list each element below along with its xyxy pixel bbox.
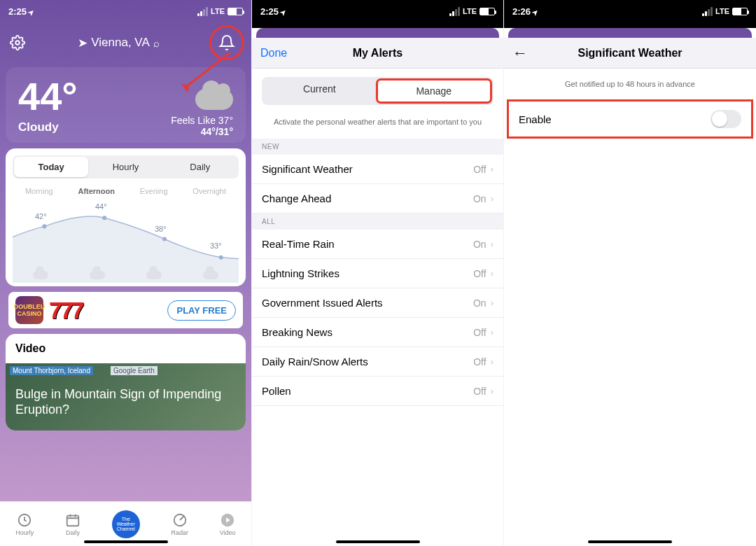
svg-rect-6 (67, 515, 79, 526)
enable-row[interactable]: Enable (507, 99, 753, 139)
alert-value: On (473, 193, 486, 204)
home-indicator[interactable] (588, 540, 672, 543)
part-overnight[interactable]: Overnight (192, 187, 226, 195)
chart-label-0: 42° (35, 212, 47, 220)
search-icon[interactable]: ⌕ (153, 37, 160, 49)
alert-row[interactable]: Real-Time RainOn› (252, 230, 503, 259)
gear-icon[interactable] (10, 35, 25, 50)
play-icon (220, 512, 235, 528)
home-indicator[interactable] (336, 540, 420, 543)
chevron-right-icon: › (491, 239, 493, 249)
ad-banner[interactable]: DOUBLEU CASINO 777 PLAY FREE (8, 292, 243, 328)
alert-row[interactable]: Government Issued AlertsOn› (252, 288, 503, 318)
location-button[interactable]: ➤ Vienna, VA ⌕ (78, 36, 160, 50)
nav-daily[interactable]: Daily (65, 512, 80, 536)
dayparts: Morning Afternoon Evening Overnight (13, 187, 239, 195)
enable-label: Enable (519, 113, 552, 125)
chevron-right-icon: › (491, 193, 493, 204)
enable-toggle[interactable] (710, 110, 741, 128)
alert-label: Change Ahead (262, 192, 331, 204)
cloud-icon (90, 271, 105, 279)
status-time: 2:26 (512, 6, 531, 17)
nav-header: Done My Alerts (252, 38, 503, 69)
subtitle: Get notified up to 48 hours in advance (504, 69, 756, 99)
home-indicator[interactable] (84, 540, 168, 543)
tab-hourly[interactable]: Hourly (88, 157, 162, 177)
alert-value: On (473, 298, 486, 309)
done-button[interactable]: Done (260, 47, 287, 59)
feels-like-label: Feels Like 37° (171, 115, 233, 126)
nav-radar[interactable]: Radar (172, 512, 189, 536)
section-all: ALL (252, 214, 503, 230)
carrier-label: LTE (715, 7, 729, 15)
alert-label: Government Issued Alerts (262, 297, 383, 309)
alert-row[interactable]: Change AheadOn› (252, 184, 503, 214)
alert-value: Off (473, 268, 486, 279)
status-bar: 2:26 LTE (504, 0, 756, 20)
logo-icon: The Weather Channel (112, 510, 140, 538)
current-temp: 44° (18, 77, 78, 116)
alert-value: Off (473, 386, 486, 397)
svg-point-2 (102, 216, 106, 220)
part-evening[interactable]: Evening (140, 187, 168, 195)
cloud-icon (195, 89, 233, 110)
ad-sevens: 777 (49, 297, 83, 324)
chevron-right-icon: › (491, 268, 493, 279)
video-section-title: Video (6, 334, 246, 363)
current-conditions-card[interactable]: 44° Cloudy Feels Like 37° 44°/31° (6, 67, 246, 143)
forecast-card: Today Hourly Daily Morning Afternoon Eve… (6, 148, 246, 286)
tab-today[interactable]: Today (14, 157, 88, 177)
radar-icon (172, 512, 188, 528)
svg-point-4 (219, 255, 223, 260)
cloud-icon (33, 271, 48, 279)
alert-value: Off (473, 164, 486, 175)
battery-icon (732, 8, 748, 15)
alert-label: Daily Rain/Snow Alerts (262, 356, 368, 368)
svg-point-0 (15, 41, 20, 45)
battery-icon (227, 8, 243, 15)
chevron-right-icon: › (491, 327, 493, 337)
location-label: Vienna, VA (91, 36, 150, 50)
chart-label-3: 33° (210, 241, 222, 250)
alert-row[interactable]: Daily Rain/Snow AlertsOff› (252, 347, 503, 377)
carrier-label: LTE (211, 7, 225, 15)
location-arrow-icon: ➤ (78, 36, 88, 50)
nav-hourly[interactable]: Hourly (15, 512, 34, 536)
play-free-button[interactable]: PLAY FREE (167, 300, 236, 321)
signal-icon (449, 7, 460, 16)
video-card[interactable]: Video Mount Thorbjorn, Iceland Google Ea… (6, 334, 246, 430)
hilo-label: 44°/31° (171, 126, 233, 137)
nav-header: ← Significant Weather (504, 38, 756, 69)
alert-row[interactable]: Lightning StrikesOff› (252, 259, 503, 288)
cloud-icon (146, 271, 162, 279)
video-headline: Bulge in Mountain Sign of Impending Erup… (15, 387, 236, 417)
tab-daily[interactable]: Daily (163, 157, 237, 177)
nav-home[interactable]: The Weather Channel (112, 510, 140, 538)
helper-text: Activate the personal weather alerts tha… (252, 113, 503, 139)
alert-row[interactable]: PollenOff› (252, 377, 503, 406)
status-time: 2:25 (260, 6, 279, 17)
signal-icon (197, 7, 208, 16)
chart-label-2: 38° (155, 225, 167, 233)
video-tag: Mount Thorbjorn, Iceland (10, 366, 93, 375)
part-afternoon[interactable]: Afternoon (78, 187, 115, 195)
page-title: Significant Weather (578, 47, 682, 59)
tab-current[interactable]: Current (263, 78, 376, 104)
alert-value: Off (473, 356, 486, 368)
alert-label: Significant Weather (262, 163, 353, 175)
back-button[interactable]: ← (512, 44, 528, 62)
svg-point-1 (42, 224, 46, 228)
alert-row[interactable]: Significant WeatherOff› (252, 155, 503, 184)
part-morning[interactable]: Morning (25, 187, 53, 195)
nav-video[interactable]: Video (220, 512, 236, 536)
carrier-label: LTE (463, 7, 477, 15)
tab-manage[interactable]: Manage (376, 78, 493, 104)
alert-value: Off (473, 327, 486, 338)
ad-logo: DOUBLEU CASINO (15, 296, 43, 324)
section-new: NEW (252, 139, 503, 155)
alert-row[interactable]: Breaking NewsOff› (252, 318, 503, 347)
video-source-tag: Google Earth (111, 366, 158, 375)
temp-chart: 42° 44° 38° 33° (13, 198, 239, 282)
purple-peek (508, 28, 752, 38)
svg-point-3 (162, 237, 167, 241)
